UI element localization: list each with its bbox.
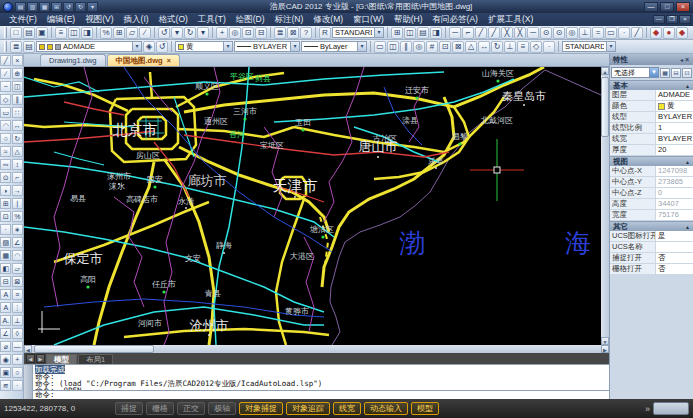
property-value[interactable]: BYLAYER [656, 112, 693, 122]
zoom-realtime-icon[interactable]: ◎ [229, 27, 241, 39]
scroll-up-icon[interactable]: ▲ [601, 67, 609, 75]
tool-i-icon[interactable]: ↔ [478, 41, 490, 53]
toggle-捕捉[interactable]: 捕捉 [115, 402, 143, 415]
tool-k-icon[interactable]: ⊥ [504, 41, 516, 53]
chevron-down-icon[interactable]: ▾ [606, 42, 615, 51]
angle-tool-icon[interactable]: ∠ [0, 328, 11, 339]
single-text-icon[interactable]: A [0, 302, 11, 313]
polygon-icon[interactable]: ◇ [0, 94, 11, 105]
save-icon[interactable]: ▣ [36, 27, 48, 39]
text-style-combo[interactable]: STANDARD▾ [332, 27, 384, 38]
hatch-icon[interactable]: ▨ [0, 237, 11, 248]
toggle-极轴[interactable]: 极轴 [208, 402, 236, 415]
tool-n-icon[interactable]: · [543, 41, 555, 53]
rectangle-icon[interactable]: ▭ [0, 107, 11, 118]
gradient-icon[interactable]: ▦ [0, 250, 11, 261]
vertical-scrollbar[interactable]: ▲ ▼ [601, 67, 609, 345]
layer-states-icon[interactable]: ▤ [23, 41, 35, 53]
collapse-icon[interactable]: ▲ [685, 159, 690, 165]
paste-icon[interactable]: ▱ [126, 27, 138, 39]
edit-polyline-icon[interactable]: ◊ [12, 328, 23, 339]
join-icon[interactable]: ∗ [12, 224, 23, 235]
command-text-area[interactable]: 加载完成命令:命令: (load "C:/Program Files/浩辰CAD… [33, 365, 609, 399]
qat-icon-7[interactable]: ▾ [87, 2, 98, 12]
menu-item-1[interactable]: 文件(F) [4, 13, 42, 26]
property-value[interactable] [656, 242, 693, 252]
menu-item-4[interactable]: 插入(I) [119, 13, 154, 26]
property-value[interactable]: 273865 [656, 177, 693, 187]
snap-tool-icon[interactable]: ⊥ [12, 315, 23, 326]
zoom-previous-icon[interactable]: ⊟ [255, 27, 267, 39]
table-icon[interactable]: ⊟ [0, 276, 11, 287]
insert-block-icon[interactable]: ⊞ [0, 198, 11, 209]
toggle-模型[interactable]: 模型 [411, 402, 439, 415]
scroll-right-icon[interactable]: ▶ [601, 345, 609, 353]
properties-close-icon[interactable]: × [684, 56, 690, 63]
property-value[interactable]: 0 [656, 188, 693, 198]
menu-item-5[interactable]: 格式(O) [154, 13, 193, 26]
layout-tab-布局1[interactable]: 布局1 [78, 354, 113, 364]
tool-red-3-icon[interactable]: ◆ [676, 27, 688, 39]
viewport-3-icon[interactable]: ▤ [417, 27, 429, 39]
toolbar-grip[interactable] [4, 41, 7, 52]
stretch-icon[interactable]: ↕ [12, 159, 23, 170]
arc-icon[interactable]: ◠ [0, 120, 11, 131]
dim-leader-icon[interactable]: ╱ [631, 27, 643, 39]
dim-radius-icon[interactable]: ╳ [501, 27, 513, 39]
edit-spline-icon[interactable]: — [12, 341, 23, 352]
revision-cloud-icon[interactable]: ≈ [0, 146, 11, 157]
layer-previous-icon[interactable]: ↺ [156, 41, 168, 53]
chevron-down-icon[interactable]: ▾ [132, 42, 141, 51]
construction-line-icon[interactable]: ∕ [0, 68, 11, 79]
copy-object-icon[interactable]: ⊕ [12, 68, 23, 79]
dim-aligned-icon[interactable]: ⌐ [462, 27, 474, 39]
toggle-正交[interactable]: 正交 [177, 402, 205, 415]
circle-icon[interactable]: ○ [0, 133, 11, 144]
explode-icon[interactable]: ▱ [12, 263, 23, 274]
pan-icon[interactable]: + [216, 27, 228, 39]
collapse-icon[interactable]: ▲ [685, 83, 690, 89]
lineweight-combo[interactable]: ByLayer▾ [301, 41, 367, 52]
tool-c-icon[interactable]: ∥ [400, 41, 412, 53]
viewport-4-icon[interactable]: ◨ [430, 27, 442, 39]
property-value[interactable]: 否 [656, 253, 693, 263]
ellipse-arc-icon[interactable]: ◗ [0, 185, 11, 196]
qat-icon-3[interactable]: ▦ [39, 2, 50, 12]
redo-list-icon[interactable]: ▾ [197, 27, 209, 39]
ellipse-icon[interactable]: ⊙ [0, 172, 11, 183]
layout-nav-icon-1[interactable]: ◀ [26, 354, 35, 363]
undo-list-icon[interactable]: ▾ [171, 27, 183, 39]
toggle-动态输入[interactable]: 动态输入 [364, 402, 408, 415]
order-icon[interactable]: ≡ [12, 289, 23, 300]
plot-icon[interactable]: ≡ [55, 27, 67, 39]
menu-item-7[interactable]: 绘图(D) [231, 13, 270, 26]
spline-icon[interactable]: ∾ [0, 159, 11, 170]
dim-center-2-icon[interactable]: ⊙ [553, 27, 565, 39]
viewport-1-icon[interactable]: ⊞ [391, 27, 403, 39]
tool-g-icon[interactable]: ⊠ [452, 41, 464, 53]
chamfer-icon[interactable]: ∠ [12, 237, 23, 248]
child-restore-button[interactable]: ❐ [666, 15, 678, 24]
extend-icon[interactable]: → [12, 185, 23, 196]
status-overflow-icon[interactable]: » [645, 404, 650, 414]
help-icon[interactable]: ? [300, 27, 312, 39]
tool-m-icon[interactable]: ◇ [530, 41, 542, 53]
move-icon[interactable]: ↔ [12, 120, 23, 131]
property-value[interactable]: 1 [656, 123, 693, 133]
dim-ordinate-icon[interactable]: ╱ [488, 27, 500, 39]
new-icon[interactable]: □ [10, 27, 22, 39]
color-combo[interactable]: 黄▾ [175, 41, 233, 52]
align-icon[interactable]: ⊠ [12, 276, 23, 287]
horizontal-scrollbar[interactable]: ◀ ▶ [24, 345, 609, 353]
wipeout-icon[interactable]: ▣ [0, 367, 11, 378]
tool-h-icon[interactable]: △ [465, 41, 477, 53]
viewport-2-icon[interactable]: ◫ [404, 27, 416, 39]
layer-manager-icon[interactable]: ≣ [10, 41, 22, 53]
properties-icon[interactable]: ≣ [274, 27, 286, 39]
scroll-down-icon[interactable]: ▼ [601, 337, 609, 345]
dim-baseline-icon[interactable]: = [592, 27, 604, 39]
menu-item-11[interactable]: 帮助(H) [389, 13, 428, 26]
dim-perpendicular-icon[interactable]: ⊥ [579, 27, 591, 39]
undo-icon[interactable]: ↺ [158, 27, 170, 39]
chevron-down-icon[interactable]: ▼ [649, 68, 658, 77]
